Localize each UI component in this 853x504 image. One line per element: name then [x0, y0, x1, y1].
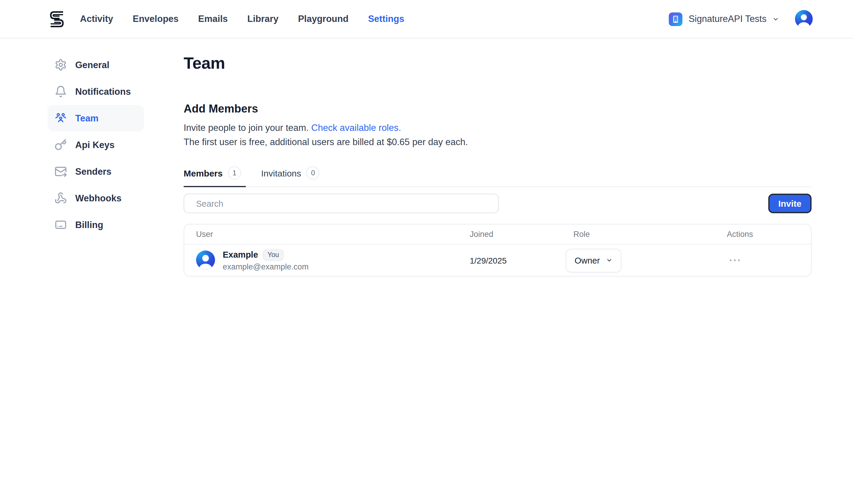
member-email: example@example.com [223, 263, 308, 272]
invite-button[interactable]: Invite [768, 194, 812, 213]
row-actions-button[interactable] [727, 259, 811, 261]
sidebar-item-general[interactable]: General [48, 52, 144, 78]
topbar-left: Activity Envelopes Emails Library Playgr… [50, 11, 404, 28]
column-header-role: Role [573, 230, 727, 239]
member-identity: Example You example@example.com [223, 249, 308, 272]
tab-invitations[interactable]: Invitations 0 [261, 166, 324, 186]
sidebar-item-notifications[interactable]: Notifications [48, 78, 144, 105]
key-icon [54, 139, 67, 151]
sidebar-label: Webhooks [75, 193, 121, 203]
member-joined-date: 1/29/2025 [470, 255, 573, 265]
sidebar-label: Notifications [75, 86, 131, 97]
invite-intro-line: Invite people to join your team. Check a… [184, 121, 812, 135]
nav-item-activity[interactable]: Activity [80, 14, 113, 24]
org-switcher[interactable]: SignatureAPI Tests [669, 12, 779, 26]
users-icon [54, 112, 67, 124]
bell-icon [54, 85, 67, 98]
sidebar-label: Api Keys [75, 140, 114, 150]
org-name: SignatureAPI Tests [689, 14, 766, 24]
tab-members-count-badge: 1 [228, 166, 241, 179]
sidebar-label: Billing [75, 219, 103, 230]
check-roles-link[interactable]: Check available roles. [311, 123, 401, 133]
team-settings-main: Team Add Members Invite people to join y… [184, 38, 812, 276]
sidebar-label: Senders [75, 166, 111, 177]
main-nav: Activity Envelopes Emails Library Playgr… [80, 14, 404, 24]
sidebar-label: General [75, 59, 109, 70]
sidebar-item-api-keys[interactable]: Api Keys [48, 131, 144, 158]
members-tabs: Members 1 Invitations 0 [184, 166, 812, 187]
table-row: Example You example@example.com 1/29/202… [184, 245, 811, 276]
add-members-description: Invite people to join your team. Check a… [184, 121, 812, 149]
search-input[interactable] [184, 194, 499, 213]
tab-invitations-count-badge: 0 [306, 166, 320, 179]
add-members-heading: Add Members [184, 103, 812, 115]
signatureapi-logo-icon[interactable] [50, 11, 64, 28]
nav-item-envelopes[interactable]: Envelopes [133, 14, 179, 24]
user-avatar[interactable] [795, 10, 813, 28]
topbar-right: SignatureAPI Tests [669, 10, 813, 28]
role-cell: Owner [573, 249, 727, 272]
tab-members[interactable]: Members 1 [184, 166, 246, 186]
tab-invitations-label: Invitations [261, 168, 301, 178]
members-toolbar: Invite [184, 194, 812, 213]
sidebar-item-webhooks[interactable]: Webhooks [48, 185, 144, 212]
building-icon [669, 12, 683, 26]
chevron-down-icon [606, 257, 612, 264]
tab-members-label: Members [184, 168, 223, 178]
nav-item-settings[interactable]: Settings [368, 14, 404, 24]
page-title: Team [184, 54, 812, 73]
members-table-header: User Joined Role Actions [184, 224, 811, 245]
sidebar-item-billing[interactable]: Billing [48, 212, 144, 238]
pricing-note: The first user is free, additional users… [184, 135, 812, 149]
sidebar-label: Team [75, 113, 99, 124]
nav-item-emails[interactable]: Emails [198, 14, 228, 24]
column-header-joined: Joined [470, 230, 573, 239]
column-header-user: User [196, 230, 470, 239]
role-select[interactable]: Owner [566, 249, 621, 272]
settings-sidebar: General Notifications Team Api Keys Send… [48, 38, 144, 276]
nav-item-playground[interactable]: Playground [298, 14, 349, 24]
mail-send-icon [54, 165, 67, 178]
user-cell: Example You example@example.com [196, 249, 470, 272]
member-avatar [196, 251, 215, 270]
sidebar-item-senders[interactable]: Senders [48, 158, 144, 185]
ellipsis-icon [730, 259, 732, 261]
app-window: Activity Envelopes Emails Library Playgr… [0, 0, 853, 504]
top-navigation-bar: Activity Envelopes Emails Library Playgr… [0, 0, 853, 38]
gear-icon [54, 59, 67, 71]
members-table: User Joined Role Actions Example You [184, 224, 812, 276]
invite-intro-text: Invite people to join your team. [184, 123, 308, 133]
nav-item-library[interactable]: Library [247, 14, 279, 24]
column-header-actions: Actions [727, 230, 811, 239]
webhook-icon [54, 192, 67, 204]
member-name: Example [223, 250, 258, 260]
role-select-value: Owner [574, 255, 600, 265]
chevron-down-icon [772, 16, 779, 22]
page-content: General Notifications Team Api Keys Send… [0, 38, 853, 276]
you-badge: You [263, 249, 284, 261]
sidebar-item-team[interactable]: Team [48, 105, 144, 131]
member-name-line: Example You [223, 249, 308, 261]
credit-card-icon [54, 218, 67, 231]
